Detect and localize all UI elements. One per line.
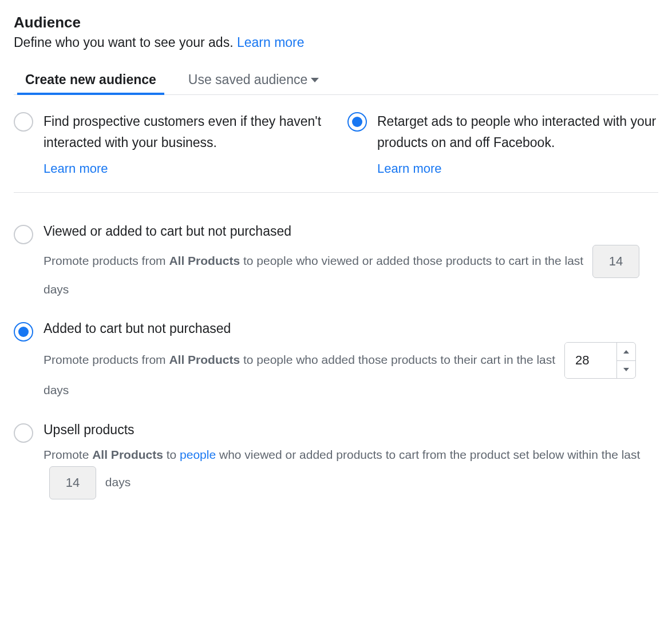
retarget-option-upsell[interactable]: Upsell products Promote All Products to … bbox=[14, 422, 658, 499]
all-products-label: All Products bbox=[169, 253, 240, 267]
option-retarget[interactable]: Retarget ads to people who interacted wi… bbox=[347, 111, 658, 176]
option-prospective-text: Find prospective customers even if they … bbox=[44, 111, 325, 153]
desc-text: who viewed or added products to cart fro… bbox=[216, 448, 640, 461]
option-retarget-text: Retarget ads to people who interacted wi… bbox=[377, 111, 658, 153]
desc-text: Promote products from bbox=[44, 253, 169, 267]
days-label: days bbox=[105, 475, 131, 489]
tab-saved-label: Use saved audience bbox=[188, 72, 307, 88]
days-input-upsell bbox=[49, 466, 96, 499]
option-prospective-learn-more[interactable]: Learn more bbox=[44, 161, 108, 176]
retarget-viewed-title: Viewed or added to cart but not purchase… bbox=[44, 224, 658, 239]
radio-added[interactable] bbox=[14, 322, 33, 342]
audience-tabs: Create new audience Use saved audience bbox=[14, 65, 658, 95]
retarget-upsell-title: Upsell products bbox=[44, 422, 658, 438]
option-prospective[interactable]: Find prospective customers even if they … bbox=[14, 111, 325, 176]
retarget-upsell-desc: Promote All Products to people who viewe… bbox=[44, 443, 658, 499]
section-title: Audience bbox=[14, 14, 658, 31]
chevron-down-icon bbox=[311, 78, 319, 82]
triangle-up-icon bbox=[623, 350, 629, 354]
days-label: days bbox=[44, 283, 69, 296]
stepper-down[interactable] bbox=[617, 361, 635, 379]
radio-prospective[interactable] bbox=[14, 112, 33, 132]
triangle-down-icon bbox=[623, 368, 629, 371]
retarget-option-added[interactable]: Added to cart but not purchased Promote … bbox=[14, 321, 658, 402]
radio-viewed[interactable] bbox=[14, 225, 33, 244]
days-value-upsell[interactable] bbox=[49, 466, 96, 499]
desc-text: Promote bbox=[44, 448, 92, 461]
option-retarget-learn-more[interactable]: Learn more bbox=[377, 161, 442, 176]
radio-upsell[interactable] bbox=[14, 423, 33, 443]
stepper-up[interactable] bbox=[617, 343, 635, 361]
days-input-viewed bbox=[592, 245, 639, 278]
tab-saved-audience[interactable]: Use saved audience bbox=[186, 65, 321, 94]
desc-text: to people who viewed or added those prod… bbox=[240, 253, 587, 267]
retarget-added-desc: Promote products from All Products to pe… bbox=[44, 342, 658, 402]
radio-dot-icon bbox=[18, 327, 29, 337]
radio-dot-icon bbox=[352, 117, 362, 127]
days-stepper bbox=[616, 343, 635, 378]
days-value-added[interactable] bbox=[565, 343, 616, 378]
all-products-label: All Products bbox=[92, 448, 163, 461]
retarget-viewed-desc: Promote products from All Products to pe… bbox=[44, 245, 658, 301]
desc-text: to people who added those products to th… bbox=[240, 353, 559, 366]
people-link[interactable]: people bbox=[180, 448, 216, 461]
desc-text: to bbox=[163, 448, 180, 461]
radio-retarget[interactable] bbox=[347, 112, 367, 132]
subtitle-text: Define who you want to see your ads. bbox=[14, 35, 234, 50]
learn-more-link[interactable]: Learn more bbox=[237, 35, 305, 50]
all-products-label: All Products bbox=[169, 353, 240, 366]
days-value-viewed[interactable] bbox=[592, 245, 639, 278]
retarget-added-title: Added to cart but not purchased bbox=[44, 321, 658, 336]
section-subtitle: Define who you want to see your ads. Lea… bbox=[14, 35, 658, 50]
tab-create-new[interactable]: Create new audience bbox=[23, 65, 159, 94]
days-input-added[interactable] bbox=[564, 342, 636, 379]
days-label: days bbox=[44, 383, 69, 396]
audience-type-row: Find prospective customers even if they … bbox=[14, 95, 658, 193]
retarget-option-viewed[interactable]: Viewed or added to cart but not purchase… bbox=[14, 224, 658, 301]
desc-text: Promote products from bbox=[44, 353, 169, 366]
retarget-options-list: Viewed or added to cart but not purchase… bbox=[14, 193, 658, 500]
